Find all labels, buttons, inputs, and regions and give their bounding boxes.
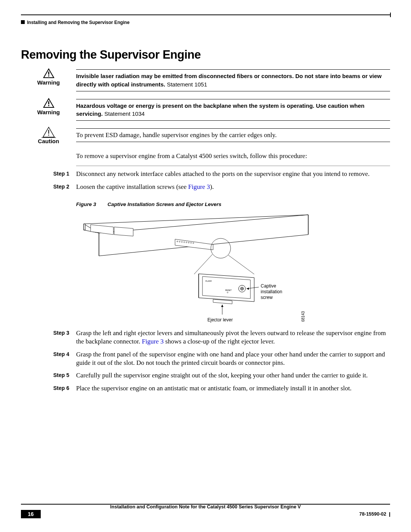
caution-text: To prevent ESD damage, handle supervisor… bbox=[76, 131, 277, 139]
warning-label: Warning bbox=[37, 79, 60, 86]
step-row: Step 3 Grasp the left and right ejector … bbox=[21, 329, 390, 346]
step-label: Step 4 bbox=[21, 350, 76, 367]
svg-rect-3 bbox=[48, 75, 49, 77]
step-text: Grasp the left and right ejector levers … bbox=[76, 329, 390, 346]
svg-marker-11 bbox=[84, 215, 308, 256]
step-row: Step 5 Carefully pull the supervisor eng… bbox=[21, 371, 390, 380]
warning-icon bbox=[43, 68, 55, 78]
page-number: 16 bbox=[21, 510, 41, 518]
caution-icon bbox=[43, 127, 55, 137]
figure-link[interactable]: Figure 3 bbox=[142, 338, 164, 345]
caution-label: Caution bbox=[38, 138, 59, 144]
warning-block: Warning Hazardous voltage or energy is p… bbox=[21, 99, 390, 121]
step-label: Step 1 bbox=[21, 170, 76, 178]
doc-code: 78-15590-02 bbox=[359, 511, 390, 517]
callout-lever: Ejector lever bbox=[207, 317, 233, 323]
warning-text-plain: Statement 1051 bbox=[165, 81, 207, 88]
step-row: Step 4 Grasp the front panel of the supe… bbox=[21, 350, 390, 367]
svg-rect-9 bbox=[48, 130, 49, 134]
figure-caption: Figure 3Captive Installation Screws and … bbox=[76, 201, 390, 207]
step-text: Carefully pull the supervisor engine str… bbox=[76, 371, 390, 380]
svg-rect-10 bbox=[48, 135, 49, 136]
warning-label: Warning bbox=[37, 109, 60, 115]
section-title: Removing the Supervisor Engine bbox=[21, 48, 390, 62]
step-row: Step 6 Place the supervisor engine on an… bbox=[21, 384, 390, 393]
svg-rect-14 bbox=[84, 224, 85, 230]
intro-paragraph: To remove a supervisor engine from a Cat… bbox=[76, 152, 390, 160]
step-label: Step 2 bbox=[21, 183, 76, 191]
svg-rect-6 bbox=[48, 101, 49, 104]
svg-text:FLASH: FLASH bbox=[206, 280, 212, 282]
figure-image-code: 68143 bbox=[301, 311, 305, 322]
svg-line-19 bbox=[194, 254, 212, 274]
figure-illustration: FLASH RESET Captive installation screw E… bbox=[76, 211, 390, 324]
step-text: Grasp the front panel of the supervisor … bbox=[76, 350, 390, 367]
callout-screw: Captive installation screw bbox=[261, 283, 282, 300]
footer-doc-title: Installation and Configuration Note for … bbox=[21, 504, 390, 510]
step-label: Step 5 bbox=[21, 371, 76, 380]
step-row: Step 1 Disconnect any network interface … bbox=[21, 170, 390, 178]
warning-icon bbox=[43, 97, 55, 108]
svg-marker-16 bbox=[114, 227, 133, 236]
step-text: Loosen the captive installation screws (… bbox=[76, 183, 390, 191]
step-text: Disconnect any network interface cables … bbox=[76, 170, 390, 178]
running-head: Installing and Removing the Supervisor E… bbox=[21, 20, 390, 25]
svg-marker-34 bbox=[221, 305, 223, 307]
page-footer: Installation and Configuration Note for … bbox=[21, 504, 390, 518]
step-label: Step 3 bbox=[21, 329, 76, 346]
step-text: Place the supervisor engine on an antist… bbox=[76, 384, 390, 393]
warning-block: Warning Invisible laser radiation may be… bbox=[21, 69, 390, 91]
warning-text-bold: Invisible laser radiation may be emitted… bbox=[76, 73, 382, 88]
svg-line-20 bbox=[228, 255, 254, 274]
svg-text:RESET: RESET bbox=[225, 289, 232, 291]
caution-block: Caution To prevent ESD damage, handle su… bbox=[21, 128, 390, 144]
figure-link[interactable]: Figure 3 bbox=[188, 183, 210, 190]
step-label: Step 6 bbox=[21, 384, 76, 393]
svg-rect-2 bbox=[48, 72, 49, 75]
warning-text-plain: Statement 1034 bbox=[103, 110, 145, 117]
svg-rect-7 bbox=[48, 105, 49, 106]
step-row: Step 2 Loosen the captive installation s… bbox=[21, 183, 390, 191]
